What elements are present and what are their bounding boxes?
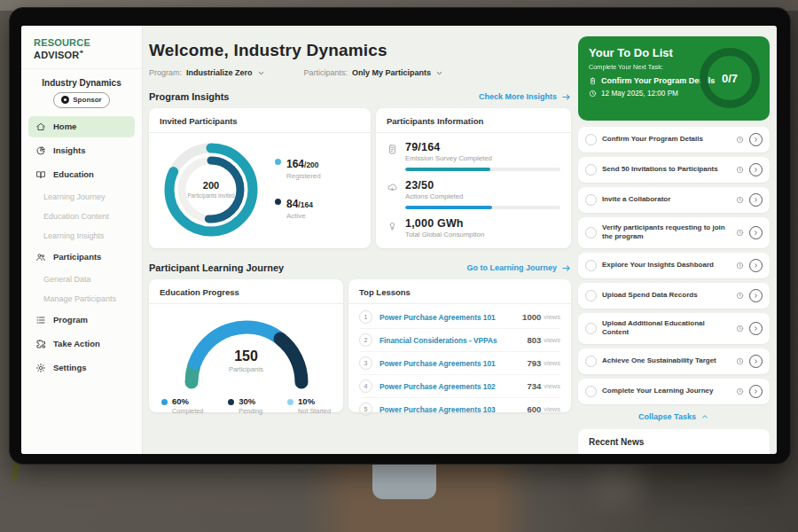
task-row[interactable]: Explore Your Insights Dashboard	[578, 253, 770, 278]
task-label: Invite a Collaborator	[602, 195, 731, 204]
task-checkbox[interactable]	[585, 386, 597, 397]
sidebar-item-learning-journey[interactable]: Learning Journey	[28, 188, 135, 206]
clock-icon	[736, 292, 744, 300]
stat-label: Actions Completed	[405, 192, 560, 200]
task-open-button[interactable]	[749, 226, 763, 239]
clock-icon	[736, 196, 744, 204]
sidebar-item-participants[interactable]: Participants	[28, 246, 135, 268]
collapse-tasks-link[interactable]: Collapse Tasks	[578, 412, 770, 421]
progress-track	[405, 168, 560, 171]
participants-information-title: Participants Information	[376, 108, 571, 133]
task-row[interactable]: Upload Additional Educational Content	[578, 313, 770, 344]
sidebar-nav: HomeInsightsEducationLearning JourneyEdu…	[21, 116, 142, 379]
lesson-link[interactable]: Power Purchase Agreements 101	[379, 313, 522, 322]
lesson-views: 734	[527, 381, 541, 391]
task-row[interactable]: Achieve One Sustainability Target	[578, 348, 770, 374]
arrow-right-icon	[561, 263, 571, 273]
lesson-link[interactable]: Power Purchase Agreements 101	[379, 359, 527, 368]
task-open-button[interactable]	[749, 355, 763, 368]
legend-dot	[275, 199, 281, 205]
task-checkbox[interactable]	[585, 134, 597, 145]
todo-next-task-label: Confirm Your Program Details	[601, 76, 715, 85]
task-open-button[interactable]	[749, 193, 763, 207]
participant-stat: 79/164Emission Survey Completed	[387, 141, 560, 171]
education-icon	[35, 169, 46, 180]
sidebar-item-label: Home	[53, 121, 76, 131]
task-label: Confirm Your Program Details	[602, 135, 731, 144]
program-insights-header: Program Insights Check More Insights	[149, 91, 571, 102]
program-filter[interactable]: Program: Industrialize Zero	[149, 68, 265, 77]
task-row[interactable]: Complete Your Learning Journey	[578, 379, 770, 404]
sidebar-item-general-data[interactable]: General Data	[28, 270, 135, 288]
sidebar-item-label: Education	[53, 169, 94, 179]
sidebar-item-label: Insights	[53, 145, 85, 155]
task-open-button[interactable]	[749, 163, 763, 176]
main-content: Welcome, Industry Dynamics Program: Indu…	[149, 26, 571, 454]
collapse-tasks-label: Collapse Tasks	[638, 412, 696, 421]
task-row[interactable]: Upload Spend Data Records	[578, 283, 770, 309]
sidebar-item-program[interactable]: Program	[28, 309, 135, 331]
participants-filter[interactable]: Participants: Only My Participants	[304, 68, 444, 77]
task-open-button[interactable]	[749, 385, 763, 398]
go-to-learning-journey-label: Go to Learning Journey	[466, 263, 557, 272]
task-row[interactable]: Invite a Collaborator	[578, 187, 770, 213]
task-checkbox[interactable]	[585, 323, 597, 334]
task-checkbox[interactable]	[585, 356, 597, 367]
lesson-link[interactable]: Power Purchase Agreements 103	[379, 405, 527, 414]
check-more-insights-link[interactable]: Check More Insights	[479, 92, 571, 102]
sidebar-item-home[interactable]: Home	[28, 116, 135, 137]
legend-dot	[228, 399, 234, 405]
lesson-link[interactable]: Power Purchase Agreements 102	[379, 382, 527, 391]
task-label: Upload Additional Educational Content	[602, 319, 731, 338]
donut-center: 200 Participants Invited	[160, 138, 262, 241]
sidebar-item-education-content[interactable]: Education Content	[28, 207, 135, 225]
task-checkbox[interactable]	[585, 227, 597, 239]
sidebar-item-label: Manage Participants	[43, 294, 116, 303]
program-icon	[35, 315, 46, 325]
sidebar-item-manage-participants[interactable]: Manage Participants	[28, 290, 135, 308]
lesson-row: 3Power Purchase Agreements 101793views	[359, 352, 560, 375]
sidebar-item-label: Settings	[53, 363, 86, 372]
sidebar-item-education[interactable]: Education	[28, 164, 135, 185]
task-open-button[interactable]	[749, 259, 763, 272]
task-checkbox[interactable]	[585, 290, 597, 301]
progress-fill	[405, 206, 492, 209]
participants-information-card: Participants Information 79/164Emission …	[376, 108, 571, 248]
lesson-row: 5Power Purchase Agreements 103600views	[359, 398, 560, 420]
lesson-link[interactable]: Financial Considerations - VPPAs	[379, 336, 527, 345]
clock-icon	[736, 357, 744, 365]
sidebar-item-take-action[interactable]: Take Action	[28, 333, 135, 355]
task-open-button[interactable]	[749, 289, 763, 302]
task-row[interactable]: Send 50 Invitations to Participants	[578, 157, 770, 183]
task-row[interactable]: Verify participants requesting to join t…	[578, 217, 770, 248]
education-progress-card: Education Progress 150 Participants 60%C…	[149, 279, 343, 412]
gauge-legend-item: 30%Pending	[228, 396, 262, 415]
sidebar-item-learning-insights[interactable]: Learning Insights	[28, 227, 135, 245]
sponsor-badge[interactable]: Sponsor	[53, 92, 110, 108]
task-label: Achieve One Sustainability Target	[602, 356, 731, 365]
participants-icon	[35, 252, 46, 262]
participant-stats: 79/164Emission Survey Completed23/50Acti…	[376, 133, 571, 248]
chev-down-icon	[435, 69, 443, 77]
go-to-learning-journey-link[interactable]: Go to Learning Journey	[466, 263, 571, 273]
lesson-rank: 1	[359, 310, 372, 324]
gauge-center-label: Participants	[149, 365, 343, 373]
survey-icon	[387, 144, 398, 155]
clock-icon	[736, 166, 744, 174]
top-lessons-card: Top Lessons 1Power Purchase Agreements 1…	[348, 279, 571, 412]
journey-cards-row: Education Progress 150 Participants 60%C…	[149, 279, 571, 412]
education-progress-title: Education Progress	[149, 279, 343, 304]
sidebar-item-insights[interactable]: Insights	[28, 140, 135, 161]
lesson-views-suffix: views	[544, 382, 560, 390]
gauge-wrap: 150 Participants	[149, 308, 343, 395]
task-checkbox[interactable]	[585, 260, 597, 271]
task-open-button[interactable]	[749, 133, 763, 146]
task-open-button[interactable]	[749, 322, 763, 335]
education-progress-body: 150 Participants 60%Completed30%Pending1…	[149, 304, 343, 415]
clock-icon	[736, 387, 744, 395]
task-row[interactable]: Confirm Your Program Details	[578, 127, 770, 153]
sidebar-item-settings[interactable]: Settings	[28, 357, 135, 379]
task-checkbox[interactable]	[585, 164, 597, 176]
lesson-views-suffix: views	[544, 359, 560, 367]
task-checkbox[interactable]	[585, 194, 597, 206]
